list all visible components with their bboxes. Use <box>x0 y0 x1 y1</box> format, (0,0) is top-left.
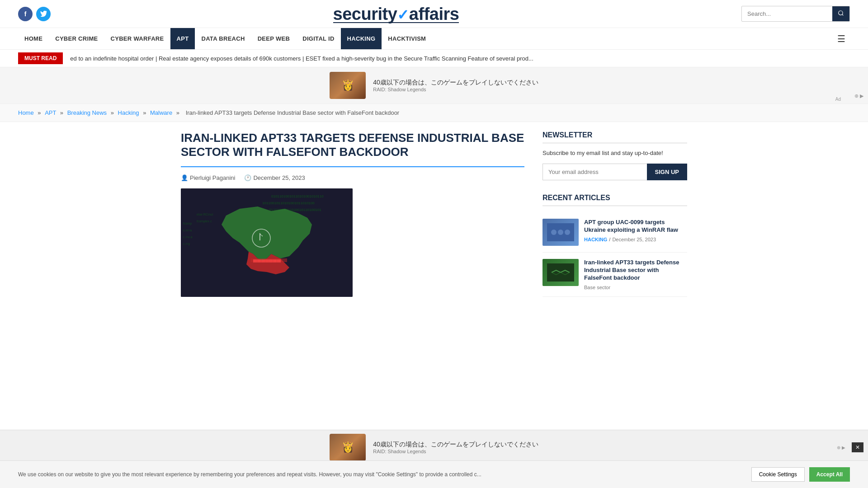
svg-text:𐰃: 𐰃 <box>258 229 264 243</box>
recent-article-info-2: Iran-linked APT33 targets Defense Indust… <box>584 259 687 290</box>
recent-article-item[interactable]: APT group UAC-0099 targets Ukraine explo… <box>542 212 687 253</box>
nav-digitalid[interactable]: DIGITAL ID <box>296 28 340 49</box>
nav-apt[interactable]: APT <box>170 28 195 49</box>
recent-article-info-1: APT group UAC-0099 targets Ukraine explo… <box>584 219 687 246</box>
svg-text:c.r=y: c.r=y <box>183 242 190 246</box>
recent-article-cat-1: HACKING <box>584 237 607 242</box>
logo-affairs-text: affairs <box>409 5 459 23</box>
svg-point-17 <box>558 230 563 235</box>
hamburger-menu[interactable]: ☰ <box>833 29 850 49</box>
svg-text:▓▓▓▓▓▓▓▓▓▓▓▓▓▓: ▓▓▓▓▓▓▓▓▓▓▓▓▓▓ <box>253 259 281 263</box>
ad-text-block: 40歳以下の場合は、このゲームをプレイしないでください RAID: Shadow… <box>373 79 538 92</box>
publish-date: December 25, 2023 <box>253 174 305 181</box>
must-read-badge: MUST READ <box>18 52 63 64</box>
svg-text:01011010010110101001010110: 01011010010110101001010110 <box>271 194 324 198</box>
newsletter-form: SIGN UP <box>542 164 687 180</box>
recent-article-item-2[interactable]: Iran-linked APT33 targets Defense Indust… <box>542 253 687 297</box>
ad-close-icons: ⊕ ▶ <box>854 93 863 99</box>
breadcrumb-sep-4: » <box>143 109 148 116</box>
thumb-image-2 <box>542 259 579 286</box>
search-input[interactable] <box>742 7 832 21</box>
date-icon: 🕐 <box>244 174 251 181</box>
breadcrumb-sep-1: » <box>38 109 42 116</box>
twitter-icon[interactable] <box>36 7 51 21</box>
breadcrumb-sep-5: » <box>176 109 181 116</box>
logo-security-text: security <box>333 5 397 23</box>
nav-cybercrime[interactable]: CYBER CRIME <box>49 28 104 49</box>
article-author: 👤 Pierluigi Paganini <box>181 174 235 181</box>
newsletter-signup-button[interactable]: SIGN UP <box>647 164 687 180</box>
breadcrumb-home[interactable]: Home <box>18 109 34 116</box>
sidebar: NEWSLETTER Subscribe to my email list an… <box>542 131 687 297</box>
svg-point-18 <box>565 230 570 235</box>
ticker-text: ed to an indefinite hospital order | Rea… <box>70 55 533 62</box>
article-featured-image: 01011010010110101001010110 1011001011010… <box>181 188 353 297</box>
logo-check-icon: ✓ <box>397 7 409 23</box>
recent-article-title-1: APT group UAC-0099 targets Ukraine explo… <box>584 219 687 234</box>
main-nav: HOME CYBER CRIME CYBER WARFARE APT DATA … <box>0 28 868 50</box>
social-icons: f <box>18 7 51 21</box>
thumb-image-1 <box>542 219 579 246</box>
nav-hacking[interactable]: HACKING <box>341 28 382 49</box>
ad-image-inner: 👸 <box>330 72 366 99</box>
article-date: 🕐 December 25, 2023 <box>244 174 305 181</box>
nav-hacktivism[interactable]: HACKTIVISM <box>382 28 432 49</box>
breadcrumb-apt[interactable]: APT <box>45 109 56 116</box>
top-bar: f security✓affairs <box>0 0 868 28</box>
site-logo[interactable]: security✓affairs <box>333 5 459 23</box>
facebook-icon[interactable]: f <box>18 7 33 21</box>
breadcrumb: Home » APT » Breaking News » Hacking » M… <box>0 104 868 122</box>
ad-label: Ad <box>835 97 841 102</box>
breadcrumb-hacking[interactable]: Hacking <box>118 109 139 116</box>
recent-articles-section: RECENT ARTICLES APT group UAC-0099 targe… <box>542 194 687 297</box>
nav-home[interactable]: HOME <box>18 28 49 49</box>
svg-text:10110010110101001011010100: 10110010110101001011010100 <box>262 201 315 205</box>
newsletter-description: Subscribe to my email list and stay up-t… <box>542 150 687 156</box>
author-name: Pierluigi Paganini <box>190 174 235 181</box>
newsletter-title: NEWSLETTER <box>542 131 687 143</box>
svg-point-0 <box>839 11 843 15</box>
sidebar-partial-text: Base sector <box>584 285 610 290</box>
breadcrumb-sep-3: » <box>111 109 116 116</box>
ad-banner: 👸 40歳以下の場合は、このゲームをプレイしないでください RAID: Shad… <box>0 67 868 104</box>
recent-article-sep-1: / <box>609 237 610 242</box>
ad-title: 40歳以下の場合は、このゲームをプレイしないでください <box>373 79 538 87</box>
ad-image: 👸 <box>330 72 366 99</box>
breadcrumb-breaking-news[interactable]: Breaking News <box>67 109 107 116</box>
svg-text:c.i=x.a: c.i=x.a <box>183 235 193 239</box>
article-content: IRAN-LINKED APT33 TARGETS DEFENSE INDUST… <box>181 131 524 297</box>
newsletter-section: NEWSLETTER Subscribe to my email list an… <box>542 131 687 180</box>
recent-article-title-2: Iran-linked APT33 targets Defense Indust… <box>584 259 687 282</box>
breadcrumb-current: Iran-linked APT33 targets Defense Indust… <box>186 109 400 116</box>
svg-text:else RCmul: else RCmul <box>197 213 213 216</box>
recent-article-thumb-1 <box>542 219 579 246</box>
article-meta: 👤 Pierluigi Paganini 🕐 December 25, 2023 <box>181 174 524 181</box>
main-layout: IRAN-LINKED APT33 TARGETS DEFENSE INDUST… <box>163 122 705 306</box>
svg-text:fcomplex c: fcomplex c <box>197 220 212 223</box>
recent-article-date-1: December 25, 2023 <box>612 237 656 242</box>
author-icon: 👤 <box>181 174 188 181</box>
search-bar <box>741 6 850 22</box>
newsletter-email-input[interactable] <box>542 164 647 180</box>
nav-cyberwarfare[interactable]: CYBER WARFARE <box>104 28 170 49</box>
search-button[interactable] <box>832 6 849 21</box>
breadcrumb-sep-2: » <box>60 109 65 116</box>
svg-point-16 <box>551 230 557 235</box>
ticker-bar: MUST READ ed to an indefinite hospital o… <box>0 50 868 67</box>
recent-article-meta-1: HACKING / December 25, 2023 <box>584 237 687 242</box>
recent-article-thumb-2 <box>542 259 579 286</box>
recent-articles-title: RECENT ARTICLES <box>542 194 687 206</box>
nav-databreach[interactable]: DATA BREACH <box>195 28 251 49</box>
recent-article-meta-2: Base sector <box>584 285 687 290</box>
article-title: IRAN-LINKED APT33 TARGETS DEFENSE INDUST… <box>181 131 524 167</box>
svg-text:fcomp: fcomp <box>183 222 192 225</box>
breadcrumb-malware[interactable]: Malware <box>150 109 172 116</box>
nav-deepweb[interactable]: DEEP WEB <box>251 28 297 49</box>
svg-text:c.m=a: c.m=a <box>183 229 192 232</box>
ad-subtitle: RAID: Shadow Legends <box>373 87 538 92</box>
